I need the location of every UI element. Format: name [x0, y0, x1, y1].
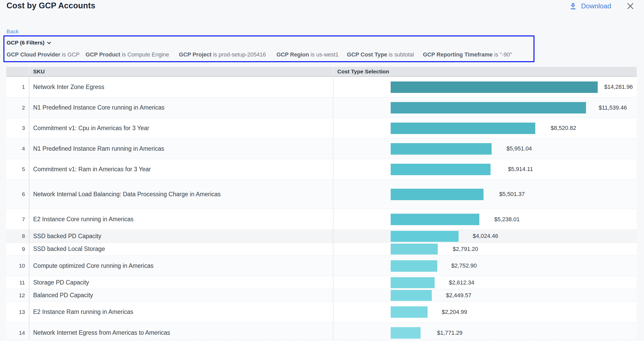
cost-bar[interactable] [391, 214, 480, 225]
table-row[interactable]: 3Commitment v1: Cpu in Americas for 3 Ye… [6, 118, 637, 139]
table-row[interactable]: 2N1 Predefined Instance Core running in … [6, 98, 637, 118]
sku-name: SSD backed Local Storage [33, 243, 332, 256]
column-divider [29, 77, 29, 97]
filter-item[interactable]: GCP Reporting Timeframe is "-90" [423, 52, 512, 58]
cost-bar[interactable] [391, 164, 491, 175]
cost-bar[interactable] [391, 143, 492, 155]
table-row[interactable]: 10Compute optimized Core running in Amer… [6, 256, 637, 276]
column-divider [333, 98, 333, 118]
cost-bar[interactable] [391, 231, 459, 242]
column-divider [333, 138, 333, 159]
row-rank: 2 [6, 98, 25, 118]
table-row[interactable]: 9SSD backed Local Storage$2,791.20 [6, 243, 637, 256]
column-divider [29, 118, 29, 138]
row-rank: 8 [6, 230, 25, 243]
table-row[interactable]: 1Network Inter Zone Egress$14,281.96 [6, 77, 637, 98]
row-rank: 1 [6, 77, 25, 97]
table-row[interactable]: 5Commitment v1: Ram in Americas for 3 Ye… [6, 159, 637, 180]
sku-name: Network Internet Egress from Americas to… [33, 322, 332, 339]
filter-group-toggle[interactable]: GCP (6 Filters) [7, 40, 51, 46]
filter-item-label: GCP Region [276, 52, 309, 58]
column-divider [29, 138, 29, 159]
row-rank: 14 [6, 322, 25, 339]
column-divider [333, 256, 333, 276]
column-header-sku[interactable]: SKU [33, 67, 45, 76]
filter-item-condition: is GCP [60, 52, 80, 58]
filter-item[interactable]: GCP Region is us-west1 [276, 52, 339, 58]
cost-value: $2,204.99 [442, 302, 467, 322]
table-row[interactable]: 6Network Internal Load Balancing: Data P… [6, 180, 637, 209]
column-divider [29, 243, 29, 256]
table-row[interactable]: 11Storage PD Capacity$2,612.34 [6, 276, 637, 289]
download-icon [571, 3, 576, 9]
row-rank: 5 [6, 159, 25, 179]
chevron-down-icon [44, 40, 51, 46]
cost-bar[interactable] [391, 123, 535, 134]
column-header-cost[interactable]: Cost Type Selection [337, 67, 389, 76]
table-row[interactable]: 14Network Internet Egress from Americas … [6, 322, 637, 339]
filter-item-condition: is subtotal [387, 52, 414, 58]
column-divider [333, 77, 333, 97]
cost-value: $5,238.01 [494, 209, 520, 230]
header-column-divider [333, 67, 333, 76]
cost-value: $2,612.34 [449, 276, 474, 289]
cost-bar[interactable] [391, 290, 432, 301]
column-divider [333, 243, 333, 256]
row-rank: 9 [6, 243, 25, 256]
filter-item-label: GCP Product [86, 52, 120, 58]
sku-name: SSD backed PD Capacity [33, 230, 332, 243]
row-rank: 7 [6, 209, 25, 230]
cost-bar[interactable] [391, 260, 437, 272]
cost-bar[interactable] [391, 277, 435, 288]
cost-bar[interactable] [391, 327, 421, 339]
filter-item[interactable]: GCP Product is Compute Engine [86, 52, 169, 58]
close-icon [627, 3, 633, 9]
row-rank: 12 [6, 289, 25, 302]
filter-item[interactable]: GCP Cost Type is subtotal [347, 52, 414, 58]
sku-name: Network Internal Load Balancing: Data Pr… [33, 180, 332, 209]
modal-bottom-fade [0, 339, 644, 342]
filter-item[interactable]: GCP Project is prod-setup-205416 [179, 52, 266, 58]
table-row[interactable]: 7E2 Instance Core running in Americas$5,… [6, 209, 637, 230]
cost-value: $11,539.46 [599, 98, 627, 118]
sku-name: Compute optimized Core running in Americ… [33, 256, 332, 276]
table-row[interactable]: 13E2 Instance Ram running in Americas$2,… [6, 302, 637, 323]
cost-bar[interactable] [391, 189, 484, 200]
filter-panel: GCP (6 Filters) GCP Cloud Provider is GC… [3, 35, 534, 62]
filter-item-label: GCP Reporting Timeframe [423, 52, 493, 58]
filter-group-label: GCP (6 Filters) [7, 40, 44, 46]
header-column-divider [29, 67, 29, 76]
column-divider [29, 289, 29, 302]
column-divider [333, 159, 333, 179]
sku-name: E2 Instance Ram running in Americas [33, 302, 332, 322]
close-button[interactable] [627, 3, 634, 9]
row-rank: 4 [6, 138, 25, 159]
sku-name: Storage PD Capacity [33, 276, 332, 289]
table-row[interactable]: 8SSD backed PD Capacity$4,024.46 [6, 230, 637, 243]
sku-name: Balanced PD Capacity [33, 289, 332, 302]
column-divider [29, 256, 29, 276]
column-divider [333, 322, 333, 339]
table-header: SKU Cost Type Selection [6, 67, 637, 77]
column-divider [333, 289, 333, 302]
row-rank: 10 [6, 256, 25, 276]
cost-bar[interactable] [391, 102, 586, 113]
cost-bar[interactable] [391, 244, 438, 255]
column-divider [29, 209, 29, 230]
cost-table: SKU Cost Type Selection 1Network Inter Z… [6, 67, 637, 339]
column-divider [29, 322, 29, 339]
filter-item[interactable]: GCP Cloud Provider is GCP [7, 52, 80, 58]
table-row[interactable]: 4N1 Predefined Instance Ram running in A… [6, 138, 637, 159]
cost-bar[interactable] [391, 306, 428, 318]
back-link[interactable]: Back [7, 28, 19, 35]
filter-item-label: GCP Cost Type [347, 52, 387, 58]
column-divider [29, 159, 29, 179]
sku-name: Commitment v1: Ram in Americas for 3 Yea… [33, 159, 332, 179]
download-button[interactable]: Download [571, 2, 611, 10]
column-divider [29, 180, 29, 209]
table-row[interactable]: 12Balanced PD Capacity$2,449.57 [6, 289, 637, 302]
sku-name: E2 Instance Core running in Americas [33, 209, 332, 230]
column-divider [333, 230, 333, 243]
column-divider [333, 302, 333, 322]
cost-bar[interactable] [391, 81, 598, 93]
